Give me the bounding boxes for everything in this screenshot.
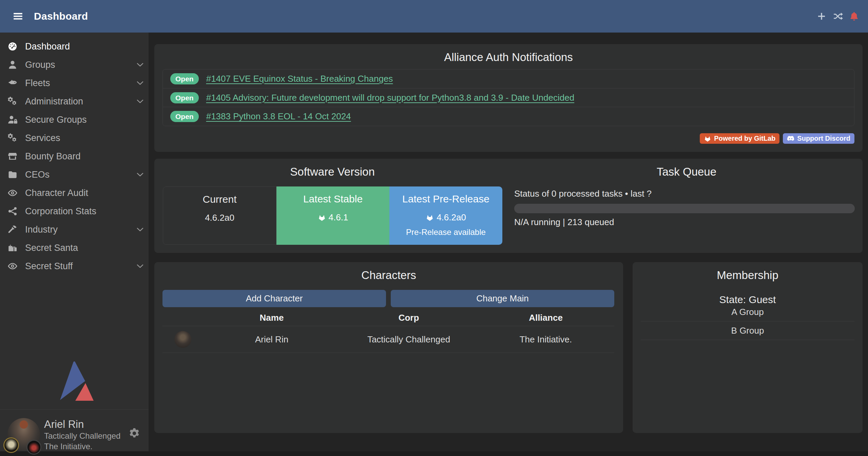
plus-icon[interactable] (816, 11, 827, 21)
notifications-footer: Powered by GitLab Support Discord (700, 133, 854, 144)
sidebar-item-character-audit[interactable]: Character Audit (0, 184, 149, 202)
notification-link[interactable]: #1405 Advisory: Future development will … (206, 93, 574, 103)
list-item: Open #1383 Python 3.8 EOL - 14 Oct 2024 (163, 107, 854, 126)
membership-panel: Membership State: Guest A Group B Group (633, 262, 863, 433)
folder-icon (7, 170, 18, 180)
sidebar-item-bounty-board[interactable]: Bounty Board (0, 147, 149, 165)
chevron-down-icon (136, 262, 144, 271)
status-badge: Open (170, 111, 199, 122)
software-version-task-queue-panel: Software Version Current 4.6.2a0 Latest … (154, 159, 863, 253)
sidebar-item-label: Secret Stuff (25, 261, 73, 272)
characters-table: Name Corp Alliance Ariel Rin Tactically … (162, 310, 614, 353)
column-header-name: Name (203, 313, 340, 323)
user-info: Ariel Rin Tactically Challenged The Init… (44, 418, 124, 452)
user-alliance: The Initiative. (44, 441, 124, 452)
sidebar-item-label: Fleets (25, 78, 50, 88)
user-corporation: Tactically Challenged (44, 431, 124, 441)
sidebar-item-groups[interactable]: Groups (0, 56, 149, 74)
sidebar-item-secret-santa[interactable]: Secret Santa (0, 239, 149, 257)
characters-actions: Add Character Change Main (162, 290, 614, 307)
software-version-section: Software Version Current 4.6.2a0 Latest … (154, 159, 510, 253)
version-label: Latest Stable (276, 193, 389, 205)
sidebar-item-corporation-stats[interactable]: Corporation Stats (0, 202, 149, 220)
version-current: Current 4.6.2a0 (163, 186, 276, 245)
list-item: B Group (641, 321, 854, 340)
spaceship-icon (7, 78, 18, 88)
sidebar-item-label: Administration (25, 96, 83, 107)
table-header-row: Name Corp Alliance (162, 310, 614, 326)
character-name: Ariel Rin (203, 334, 340, 345)
badge-label: Support Discord (797, 135, 850, 142)
share-nodes-icon (7, 206, 18, 216)
navbar-actions (816, 11, 859, 21)
chevron-down-icon (136, 79, 144, 87)
corporation-logo-badge (3, 437, 19, 453)
notification-link[interactable]: #1407 EVE Equinox Status - Breaking Chan… (206, 74, 393, 84)
version-label: Current (163, 194, 276, 205)
user-name: Ariel Rin (44, 418, 124, 431)
alliance-logo-badge (26, 440, 41, 455)
gear-icon[interactable] (128, 427, 140, 439)
sidebar-item-label: Groups (25, 60, 55, 70)
version-number: 4.6.1 (329, 212, 348, 223)
sidebar-item-dashboard[interactable]: Dashboard (0, 37, 149, 56)
sidebar-item-label: Corporation Stats (25, 206, 96, 217)
sidebar-item-label: Industry (25, 224, 58, 235)
column-header-corp: Corp (340, 313, 477, 323)
gifts-icon (7, 243, 18, 253)
alliance-auth-logo (54, 359, 95, 401)
bell-icon[interactable] (849, 11, 859, 21)
list-item: A Group (641, 303, 854, 321)
sidebar-item-label: CEOs (25, 170, 50, 180)
sidebar-item-fleets[interactable]: Fleets (0, 74, 149, 92)
powered-by-gitlab-badge[interactable]: Powered by GitLab (700, 133, 779, 144)
change-main-button[interactable]: Change Main (391, 290, 614, 307)
chevron-down-icon (136, 97, 144, 106)
task-queue-section: Task Queue Status of 0 processed tasks •… (510, 159, 863, 253)
prerelease-note: Pre-Release available (389, 227, 502, 237)
support-discord-badge[interactable]: Support Discord (783, 133, 854, 144)
gitlab-logo-icon (318, 214, 326, 222)
task-queue-title: Task Queue (510, 159, 863, 178)
user-icon (7, 60, 18, 70)
version-latest-prerelease: Latest Pre-Release 4.6.2a0 Pre-Release a… (389, 186, 502, 245)
gauge-icon (7, 41, 18, 52)
shuffle-icon[interactable] (833, 11, 843, 21)
notification-link[interactable]: #1383 Python 3.8 EOL - 14 Oct 2024 (206, 111, 351, 122)
user-lock-icon (7, 115, 18, 125)
eye-icon (7, 188, 18, 198)
status-badge: Open (170, 73, 199, 84)
menu-bars-icon[interactable] (12, 11, 24, 22)
task-queue-progress-bar (514, 204, 855, 213)
sidebar-item-label: Secure Groups (25, 115, 87, 125)
chevron-down-icon (136, 60, 144, 69)
sidebar-item-secure-groups[interactable]: Secure Groups (0, 111, 149, 129)
status-badge: Open (170, 92, 199, 103)
sidebar-item-label: Bounty Board (25, 151, 81, 162)
store-icon (7, 151, 18, 161)
membership-title: Membership (633, 262, 863, 282)
version-label: Latest Pre-Release (389, 193, 502, 205)
character-portrait (174, 331, 191, 348)
column-header-alliance: Alliance (477, 313, 614, 323)
user-panel: Ariel Rin Tactically Challenged The Init… (0, 410, 149, 451)
character-alliance: The Initiative. (477, 334, 614, 345)
sidebar-item-services[interactable]: Services (0, 129, 149, 147)
gears-icon (7, 96, 18, 106)
user-avatar (7, 418, 40, 451)
top-navbar: Dashboard (0, 0, 868, 33)
notifications-list: Open #1407 EVE Equinox Status - Breaking… (162, 69, 854, 126)
sidebar-item-ceos[interactable]: CEOs (0, 165, 149, 184)
add-character-button[interactable]: Add Character (162, 290, 386, 307)
sidebar-item-industry[interactable]: Industry (0, 220, 149, 239)
eye-icon (7, 261, 18, 271)
sidebar-item-secret-stuff[interactable]: Secret Stuff (0, 257, 149, 275)
gitlab-logo-icon (704, 135, 711, 142)
sidebar-item-label: Services (25, 133, 60, 143)
sidebar-item-administration[interactable]: Administration (0, 92, 149, 111)
sidebar-item-label: Character Audit (25, 188, 88, 198)
sidebar-item-label: Dashboard (25, 41, 70, 52)
chevron-down-icon (136, 170, 144, 179)
software-version-title: Software Version (154, 159, 510, 178)
gears-icon (7, 133, 18, 143)
